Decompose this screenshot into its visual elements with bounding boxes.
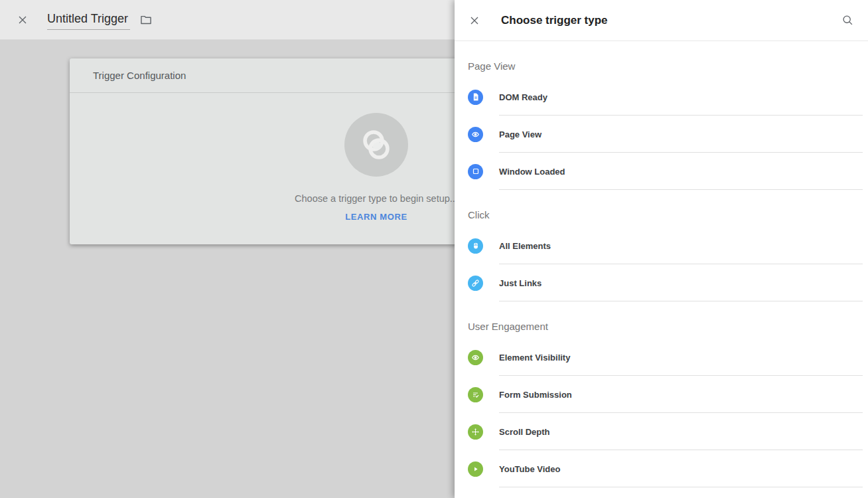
panel-header: Choose trigger type <box>455 0 868 41</box>
trigger-type-label: Form Submission <box>499 390 572 400</box>
dom-ready-icon <box>468 90 483 105</box>
trigger-type-label: All Elements <box>499 241 551 251</box>
trigger-type-page-view[interactable]: Page View <box>455 116 868 153</box>
trigger-type-youtube-video[interactable]: YouTube Video <box>455 450 868 487</box>
learn-more-link[interactable]: LEARN MORE <box>345 212 407 222</box>
panel-title: Choose trigger type <box>501 14 608 27</box>
choose-trigger-type-panel: Choose trigger type Page View DOM Ready … <box>455 0 868 498</box>
trigger-type-scroll-depth[interactable]: Scroll Depth <box>455 413 868 450</box>
trigger-type-element-visibility[interactable]: Element Visibility <box>455 339 868 376</box>
trigger-type-label: Just Links <box>499 278 542 288</box>
close-editor-icon[interactable] <box>16 13 29 27</box>
trigger-type-window-loaded[interactable]: Window Loaded <box>455 153 868 190</box>
close-panel-icon[interactable] <box>468 14 481 27</box>
trigger-type-label: Window Loaded <box>499 167 565 177</box>
section-header-click: Click <box>455 190 868 227</box>
page-view-eye-icon <box>468 127 483 142</box>
visibility-eye-icon <box>468 350 483 365</box>
trigger-type-form-submission[interactable]: Form Submission <box>455 376 868 413</box>
trigger-name-input[interactable]: Untitled Trigger <box>47 10 130 30</box>
play-icon <box>468 461 483 477</box>
row-divider <box>499 301 863 301</box>
search-icon[interactable] <box>841 13 855 27</box>
trigger-type-label: Element Visibility <box>499 353 570 363</box>
trigger-type-label: Scroll Depth <box>499 427 550 437</box>
trigger-type-dom-ready[interactable]: DOM Ready <box>455 78 868 116</box>
section-header-user-engagement: User Engagement <box>455 301 868 339</box>
scroll-arrows-icon <box>468 424 483 440</box>
window-loaded-icon <box>468 164 483 179</box>
trigger-placeholder-icon[interactable] <box>344 113 408 177</box>
mouse-icon <box>468 238 483 254</box>
section-header-page-view: Page View <box>455 41 868 78</box>
row-divider <box>499 487 863 487</box>
trigger-type-label: DOM Ready <box>499 92 547 102</box>
row-divider <box>499 189 863 190</box>
trigger-type-list: Page View DOM Ready Page View Window Loa… <box>455 41 868 487</box>
trigger-type-just-links[interactable]: Just Links <box>455 264 868 301</box>
trigger-type-label: YouTube Video <box>499 464 560 474</box>
folder-icon[interactable] <box>139 13 153 27</box>
trigger-type-all-elements[interactable]: All Elements <box>455 227 868 264</box>
link-icon <box>468 276 483 291</box>
form-check-icon <box>468 387 483 402</box>
trigger-type-label: Page View <box>499 129 542 139</box>
